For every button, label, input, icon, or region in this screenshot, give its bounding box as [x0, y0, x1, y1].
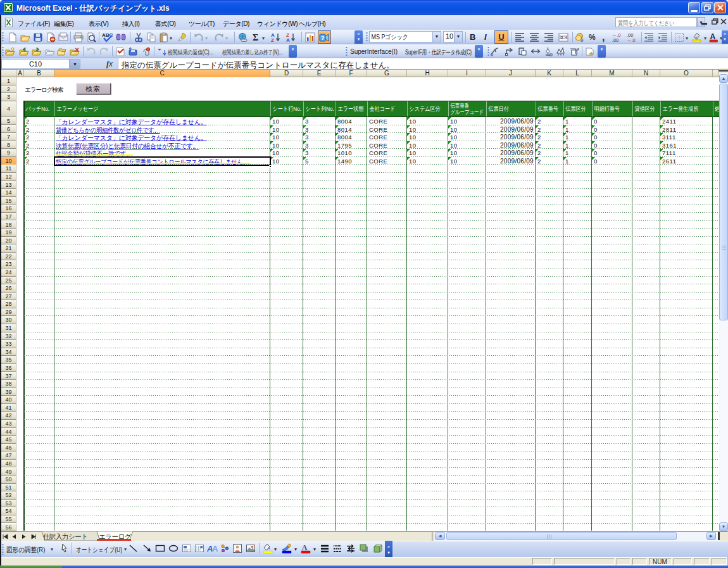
- svg-text:→.0: →.0: [627, 37, 636, 42]
- svg-text:A: A: [212, 544, 218, 553]
- svg-text:9: 9: [581, 37, 584, 42]
- svg-text:a: a: [560, 34, 563, 40]
- svg-text:?: ?: [321, 35, 325, 41]
- svg-text:Z: Z: [271, 37, 274, 42]
- svg-text:.00: .00: [612, 37, 618, 42]
- svg-text:Σ: Σ: [253, 33, 258, 42]
- svg-text:A: A: [286, 37, 290, 42]
